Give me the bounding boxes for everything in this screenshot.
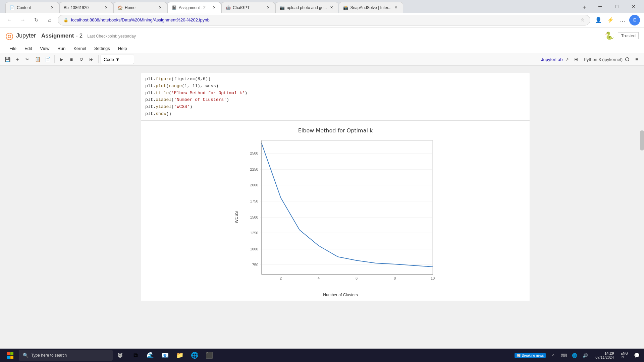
menu-run[interactable]: Run	[53, 44, 69, 53]
jupyter-logo-icon: ◎	[5, 30, 13, 41]
address-bar[interactable]: 🔒 ☆	[58, 15, 590, 25]
tab-content[interactable]: 📄Content✕	[5, 2, 59, 13]
task-view-button[interactable]: ⧉	[129, 349, 142, 361]
minimize-button[interactable]: ─	[592, 1, 608, 12]
tab-title-snapsolve: SnapAndSolve | Inter...	[350, 5, 391, 10]
kernel-menu-button[interactable]: ≡	[632, 55, 641, 64]
address-input[interactable]	[71, 17, 578, 22]
svg-text:6: 6	[356, 276, 358, 280]
edge-icon[interactable]: 🌊	[144, 349, 157, 361]
tab-title-chatgpt: ChatGPT	[233, 5, 263, 10]
browser-taskbar-icon[interactable]: 🌐	[188, 349, 201, 361]
volume-icon[interactable]: 🔊	[581, 351, 590, 360]
save-button[interactable]: 💾	[3, 55, 12, 64]
menu-kernel[interactable]: Kernel	[69, 44, 90, 53]
cut-button[interactable]: ✂	[23, 55, 32, 64]
cell-gutter	[114, 73, 141, 301]
notebook-content: plt.figure(figsize=(8,6)) plt.plot(range…	[0, 66, 644, 336]
settings-button[interactable]: …	[617, 15, 628, 25]
scrollbar[interactable]	[640, 124, 644, 322]
tab-close-home[interactable]: ✕	[157, 5, 163, 10]
tab-home[interactable]: 🏠Home✕	[113, 2, 167, 13]
explorer-icon[interactable]: 📁	[173, 349, 186, 361]
tab-snapsolve[interactable]: 📸SnapAndSolve | Inter...✕	[339, 2, 403, 13]
cell-content: plt.figure(figsize=(8,6)) plt.plot(range…	[141, 73, 530, 301]
chart-wrapper: Elbow Method for Optimal k WCSS	[231, 127, 439, 297]
menu-help[interactable]: Help	[114, 44, 131, 53]
tab-assignment[interactable]: 📓Assignment - 2✕	[167, 2, 221, 13]
run-button[interactable]: ▶	[57, 55, 66, 64]
menu-edit[interactable]: Edit	[20, 44, 36, 53]
new-tab-button[interactable]: +	[579, 2, 590, 13]
extensions-button[interactable]: ⚡	[605, 15, 616, 25]
tab-close-snapsolve[interactable]: ✕	[393, 5, 399, 10]
tab-title-13861920: 13861920	[71, 5, 101, 10]
code-line-1: plt.figure(figsize=(8,6))	[145, 76, 526, 83]
home-button[interactable]: ⌂	[44, 15, 55, 25]
add-cell-button[interactable]: +	[13, 55, 22, 64]
restart-button[interactable]: ↺	[77, 55, 86, 64]
refresh-button[interactable]: ↻	[31, 15, 42, 25]
star-icon[interactable]: ☆	[581, 17, 585, 22]
back-button[interactable]: ←	[4, 15, 15, 25]
code-line-3: plt.title('Elbow Method for Optimal k')	[145, 90, 526, 97]
mail-icon[interactable]: 📧	[158, 349, 172, 361]
restart-run-button[interactable]: ⏭	[87, 55, 96, 64]
tab-13861920[interactable]: Bb13861920✕	[59, 2, 113, 13]
trusted-badge[interactable]: Trusted	[618, 32, 639, 39]
tab-upload[interactable]: 📷upload photo and ge...✕	[275, 2, 338, 13]
paste-button[interactable]: 📄	[43, 55, 52, 64]
checkpoint-text: Last Checkpoint: yesterday	[87, 34, 136, 39]
tab-close-upload[interactable]: ✕	[329, 5, 334, 10]
svg-text:2000: 2000	[250, 183, 258, 187]
tabs-bar: 📄Content✕Bb13861920✕🏠Home✕📓Assignment - …	[3, 0, 590, 13]
menu-settings[interactable]: Settings	[90, 44, 114, 53]
tab-close-chatgpt[interactable]: ✕	[265, 5, 271, 10]
svg-text:2500: 2500	[250, 151, 258, 155]
svg-text:8: 8	[394, 276, 396, 280]
svg-text:10: 10	[431, 276, 435, 280]
system-clock[interactable]: 14:29 07/11/2024	[593, 351, 616, 359]
taskbar-search[interactable]: 🔍 Type here to search	[19, 350, 113, 361]
keyboard-icon[interactable]: ⌨	[559, 351, 569, 360]
clock-time: 14:29	[595, 351, 614, 355]
code-cell[interactable]: plt.figure(figsize=(8,6)) plt.plot(range…	[141, 73, 530, 121]
jupyter-header: ◎ Jupyter Assignment - 2 Last Checkpoint…	[0, 27, 644, 66]
news-widget[interactable]: 📰 Breaking news	[515, 353, 546, 358]
close-button[interactable]: ✕	[626, 1, 641, 12]
interrupt-button[interactable]: ■	[67, 55, 76, 64]
browser-icon[interactable]: E	[629, 15, 640, 25]
menu-view[interactable]: View	[36, 44, 53, 53]
notification-button[interactable]: 💬	[632, 351, 641, 360]
tab-close-assignment[interactable]: ✕	[211, 5, 217, 10]
start-button[interactable]	[3, 349, 17, 361]
tab-close-13861920[interactable]: ✕	[103, 5, 109, 10]
code-console-button[interactable]: ⊞	[572, 55, 581, 64]
tab-chatgpt[interactable]: 🤖ChatGPT✕	[221, 2, 275, 13]
jupyter-toolbar: 💾 + ✂ 📋 📄 ▶ ■ ↺ ⏭ Code ▼ JupyterLab ↗ ⊞ …	[0, 53, 644, 66]
clock-date: 07/11/2024	[595, 355, 614, 359]
tab-favicon-chatgpt: 🤖	[226, 5, 231, 10]
cell-type-selector[interactable]: Code ▼	[101, 55, 134, 64]
nav-bar: ← → ↻ ⌂ 🔒 ☆ 👤 ⚡ … E	[0, 13, 644, 27]
forward-button[interactable]: →	[17, 15, 28, 25]
maximize-button[interactable]: □	[609, 1, 625, 12]
svg-text:750: 750	[252, 263, 258, 267]
tab-title-home: Home	[125, 5, 155, 10]
copy-button[interactable]: 📋	[33, 55, 42, 64]
assignment-label: Assignment	[41, 33, 74, 39]
notebook-title-area: Assignment - 2 Last Checkpoint: yesterda…	[41, 33, 136, 39]
x-axis-label: Number of Clusters	[241, 293, 439, 297]
tab-close-content[interactable]: ✕	[49, 5, 55, 10]
lock-icon: 🔒	[63, 18, 68, 22]
jupyterlab-link[interactable]: JupyterLab	[541, 57, 562, 62]
menu-file[interactable]: File	[5, 44, 20, 53]
chart-area: WCSS	[231, 137, 439, 297]
scrollbar-thumb[interactable]	[640, 130, 644, 150]
code-line-2: plt.plot(range(1, 11), wcss)	[145, 83, 526, 90]
dropdown-icon: ▼	[115, 57, 120, 62]
profile-button[interactable]: 👤	[593, 15, 604, 25]
network-icon[interactable]: 🌐	[570, 351, 579, 360]
tray-expand-button[interactable]: ^	[548, 351, 558, 360]
terminal-icon[interactable]: ⬛	[203, 349, 216, 361]
